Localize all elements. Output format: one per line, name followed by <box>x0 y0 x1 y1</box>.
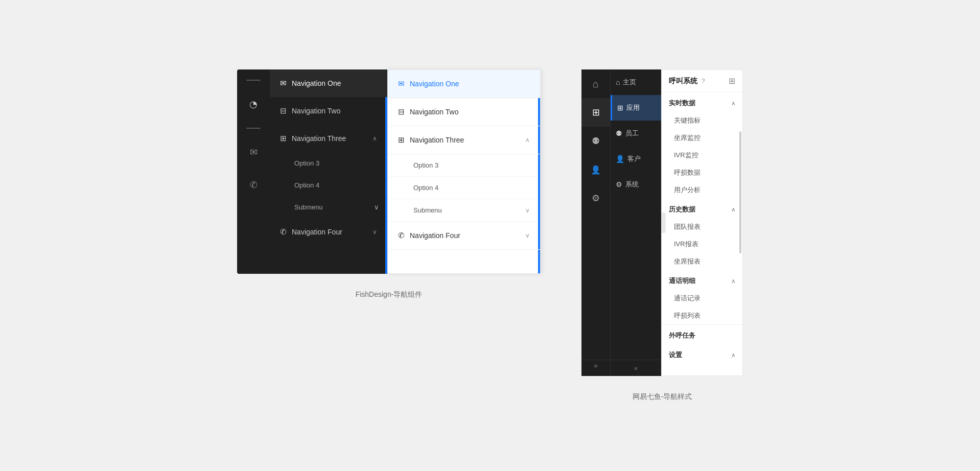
qiyu-icon-sidebar: ⌂ ⊞ ⚉ 👤 ⚙ » <box>581 69 610 376</box>
light-nav-item-2[interactable]: ⊟ Navigation Two <box>388 98 540 126</box>
light-sub-opt4[interactable]: Option 4 <box>388 177 540 199</box>
light-sidebar: ✉ Navigation One ⊟ Navigation Two ⊞ Navi… <box>387 69 541 274</box>
light-nav4-chevron: ∨ <box>525 232 530 239</box>
fish-navs: ◔ ✉ ✆ ✉ Navigation One ⊟ Navigation Two … <box>237 69 541 274</box>
qiyu-second-system[interactable]: ⚙ 系统 <box>611 172 661 197</box>
light-nav4-label: Navigation Four <box>410 231 520 240</box>
light-nav-item-4[interactable]: ✆ Navigation Four ∨ <box>388 222 540 250</box>
third-item-ivr-report[interactable]: IVR报表 <box>662 236 742 253</box>
light-nav3-label: Navigation Three <box>410 136 520 144</box>
third-header: 呼叫系统 ? ⊞ <box>662 70 742 92</box>
dark-sub-submenu[interactable]: Submenu ∨ <box>270 196 387 218</box>
second-system-icon: ⚙ <box>616 180 622 189</box>
group-history-label: 历史数据 <box>669 205 695 214</box>
qiyu-home-icon[interactable]: ⌂ <box>581 69 610 98</box>
third-item-user-analysis[interactable]: 用户分析 <box>662 181 742 199</box>
chart-icon[interactable]: ◔ <box>237 95 270 113</box>
second-home-label: 主页 <box>623 78 636 87</box>
qiyu-second-collapse-btn[interactable]: « <box>611 360 661 376</box>
second-customer-icon: 👤 <box>616 155 624 163</box>
qiyu-settings-icon[interactable]: ⚙ <box>581 184 610 213</box>
dark-opt3-label: Option 3 <box>294 159 319 167</box>
dark-nav3-label: Navigation Three <box>292 134 367 143</box>
qiyu-second-customer[interactable]: 👤 客户 <box>611 146 661 172</box>
second-system-label: 系统 <box>625 180 639 189</box>
second-staff-label: 员工 <box>625 129 639 138</box>
group-settings-label: 设置 <box>669 350 682 360</box>
dark-opt4-label: Option 4 <box>294 181 319 189</box>
third-item-team-report[interactable]: 团队报表 <box>662 218 742 236</box>
light-nav2-label: Navigation Two <box>410 108 530 116</box>
dark-nav4-label: Navigation Four <box>292 228 367 236</box>
nav4-chevron: ∨ <box>372 228 377 236</box>
nav2-icon: ⊟ <box>280 106 287 115</box>
group-outbound-label: 外呼任务 <box>669 331 695 340</box>
fish-label: FishDesign-导航组件 <box>356 290 423 299</box>
second-customer-label: 客户 <box>627 154 641 163</box>
mail-icon[interactable]: ✉ <box>237 143 270 161</box>
group-outbound-header[interactable]: 外呼任务 <box>662 324 742 344</box>
light-nav1-icon: ✉ <box>398 79 405 88</box>
dark-sidebar: ✉ Navigation One ⊟ Navigation Two ⊞ Navi… <box>270 69 387 274</box>
nav3-icon: ⊞ <box>280 134 287 143</box>
light-opt4-label: Option 4 <box>413 184 438 192</box>
qiyu-section: ⌂ ⊞ ⚉ 👤 ⚙ » ⌂ 主页 ⊞ 应用 ⚉ <box>581 69 743 402</box>
qiyu-people-icon[interactable]: ⚉ <box>581 127 610 155</box>
collapsed-sidebar: ◔ ✉ ✆ <box>237 69 270 274</box>
qiyu-apps-icon[interactable]: ⊞ <box>581 98 610 127</box>
qiyu-second-home[interactable]: ⌂ 主页 <box>611 69 661 95</box>
qiyu-second-staff[interactable]: ⚉ 员工 <box>611 121 661 146</box>
light-nav-item-3[interactable]: ⊞ Navigation Three ∧ <box>388 126 540 154</box>
phone-icon[interactable]: ✆ <box>237 176 270 194</box>
third-header-settings-icon[interactable]: ⊞ <box>729 76 735 86</box>
light-sub-opt3[interactable]: Option 3 <box>388 154 540 177</box>
divider-icon-1 <box>246 80 261 81</box>
group-history-header[interactable]: 历史数据 ∧ <box>662 199 742 218</box>
qiyu-second-sidebar: ⌂ 主页 ⊞ 应用 ⚉ 员工 👤 客户 ⚙ 系统 <box>610 69 661 376</box>
qiyu-icon-expand-btn[interactable]: » <box>581 360 610 376</box>
light-sub-submenu[interactable]: Submenu ∨ <box>388 199 540 222</box>
main-container: ◔ ✉ ✆ ✉ Navigation One ⊟ Navigation Two … <box>0 49 980 422</box>
third-item-loss-list[interactable]: 呼损列表 <box>662 307 742 324</box>
group-detail-header[interactable]: 通话明细 ∧ <box>662 270 742 290</box>
third-item-seat-report[interactable]: 坐席报表 <box>662 253 742 270</box>
second-home-icon: ⌂ <box>616 78 620 86</box>
dark-nav1-label: Navigation One <box>292 79 377 87</box>
nav1-icon: ✉ <box>280 79 287 88</box>
light-nav4-icon: ✆ <box>398 231 405 240</box>
light-opt3-label: Option 3 <box>413 161 438 169</box>
group-detail-chevron: ∧ <box>731 278 735 285</box>
nav4-icon: ✆ <box>280 227 287 237</box>
dark-nav-item-2[interactable]: ⊟ Navigation Two <box>270 97 387 125</box>
second-staff-icon: ⚉ <box>616 129 622 137</box>
qiyu-second-apps[interactable]: ⊞ 应用 <box>611 95 661 121</box>
light-nav-item-1[interactable]: ✉ Navigation One <box>388 70 540 98</box>
third-item-call-loss[interactable]: 呼损数据 <box>662 164 742 181</box>
help-icon[interactable]: ? <box>702 78 705 85</box>
second-apps-icon: ⊞ <box>617 104 623 112</box>
dark-nav-item-1[interactable]: ✉ Navigation One <box>270 69 387 97</box>
group-realtime-label: 实时数据 <box>669 99 695 108</box>
dark-sub-opt3[interactable]: Option 3 <box>270 152 387 174</box>
light-nav1-label: Navigation One <box>410 80 530 88</box>
group-realtime-header[interactable]: 实时数据 ∧ <box>662 92 742 112</box>
divider-icon-2 <box>246 128 261 129</box>
submenu-chevron: ∨ <box>374 203 379 211</box>
qiyu-person-icon[interactable]: 👤 <box>581 155 610 184</box>
third-item-key-metrics[interactable]: 关键指标 <box>662 112 742 129</box>
group-settings-chevron: ∧ <box>731 352 735 359</box>
second-apps-label: 应用 <box>626 103 640 112</box>
third-header-title: 呼叫系统 ? <box>669 77 705 86</box>
group-settings-header[interactable]: 设置 ∧ <box>662 344 742 364</box>
light-nav3-chevron: ∧ <box>525 136 530 144</box>
dark-nav-item-3[interactable]: ⊞ Navigation Three ∧ <box>270 125 387 152</box>
third-item-call-record[interactable]: 通话记录 <box>662 290 742 307</box>
dark-nav-item-4[interactable]: ✆ Navigation Four ∨ <box>270 218 387 246</box>
nav3-chevron: ∧ <box>372 135 377 142</box>
third-collapse-btn[interactable]: » <box>661 213 666 233</box>
third-item-ivr-monitor[interactable]: IVR监控 <box>662 147 742 164</box>
light-nav3-icon: ⊞ <box>398 135 405 145</box>
dark-sub-opt4[interactable]: Option 4 <box>270 174 387 196</box>
qiyu-navs: ⌂ ⊞ ⚉ 👤 ⚙ » ⌂ 主页 ⊞ 应用 ⚉ <box>581 69 743 376</box>
third-item-seat-monitor[interactable]: 坐席监控 <box>662 129 742 147</box>
